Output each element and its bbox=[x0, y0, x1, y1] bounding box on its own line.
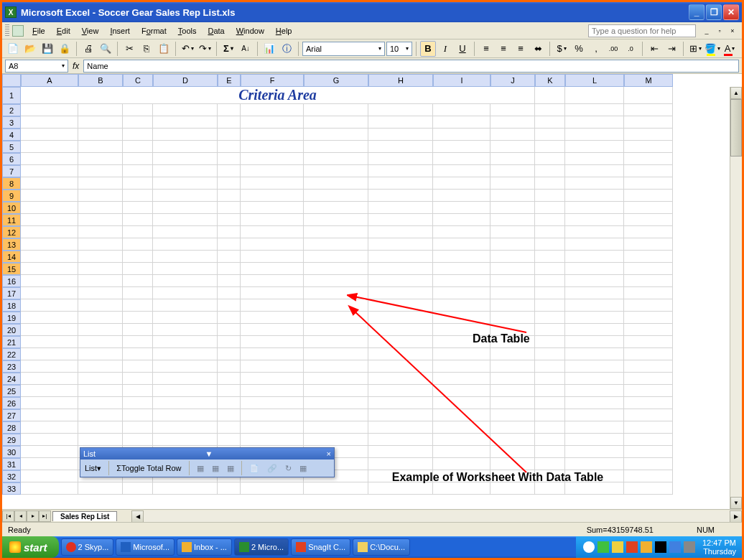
chart-button[interactable]: 📊 bbox=[261, 41, 277, 57]
tab-last-button[interactable]: ▸| bbox=[39, 510, 51, 522]
list-btn5: 🔗 bbox=[264, 462, 280, 475]
underline-button[interactable]: U bbox=[455, 41, 470, 57]
status-ready: Ready bbox=[8, 526, 31, 534]
cut-button[interactable]: ✂ bbox=[121, 41, 137, 57]
menu-data[interactable]: Data bbox=[202, 24, 230, 37]
font-color-button[interactable]: A▾ bbox=[722, 41, 738, 57]
annotation-example: Example of Worksheet With Data Table bbox=[390, 471, 605, 484]
excel-icon: X bbox=[5, 6, 17, 18]
tray-icon[interactable] bbox=[684, 541, 695, 553]
list-btn1: ▦ bbox=[194, 462, 207, 475]
tray-icon[interactable] bbox=[655, 541, 666, 553]
bold-button[interactable]: B bbox=[420, 41, 436, 57]
status-sum: Sum=43159748.51 bbox=[587, 526, 654, 534]
taskbar-item[interactable]: 2 Micro... bbox=[234, 538, 289, 556]
tray-icon[interactable] bbox=[626, 541, 638, 553]
increase-indent-button[interactable]: ⇥ bbox=[664, 41, 679, 57]
tray-icon[interactable] bbox=[669, 541, 681, 553]
list-toolbar[interactable]: List▼× List ▾ Σ Toggle Total Row ▦ ▦ ▦ 📄… bbox=[80, 447, 335, 477]
fill-color-button[interactable]: 🪣▾ bbox=[705, 41, 720, 57]
toolbar-grip[interactable] bbox=[5, 24, 9, 37]
spreadsheet-grid[interactable]: ABCDEFGHIJKLM1Criteria Area2345678910111… bbox=[2, 74, 742, 509]
taskbar-item[interactable]: Inbox - ... bbox=[177, 538, 232, 556]
percent-button[interactable]: % bbox=[571, 41, 587, 57]
clock[interactable]: 12:47 PMThursday bbox=[702, 538, 736, 556]
minimize-button[interactable]: _ bbox=[689, 4, 705, 20]
redo-button[interactable]: ↷▾ bbox=[197, 41, 213, 57]
system-tray[interactable]: 12:47 PMThursday bbox=[576, 536, 742, 558]
decrease-decimal-button[interactable]: .0 bbox=[623, 41, 638, 57]
vertical-scrollbar[interactable]: ▲ ▼ bbox=[730, 87, 742, 509]
print-button[interactable]: 🖨 bbox=[80, 41, 96, 57]
tray-icon[interactable] bbox=[612, 541, 623, 553]
scroll-left-button[interactable]: ◀ bbox=[131, 510, 144, 523]
doc-restore-button[interactable]: ▫ bbox=[714, 26, 725, 36]
scroll-down-button[interactable]: ▼ bbox=[730, 497, 742, 509]
restore-button[interactable]: ❐ bbox=[706, 4, 722, 20]
menu-view[interactable]: View bbox=[76, 24, 105, 37]
increase-decimal-button[interactable]: .00 bbox=[605, 41, 621, 57]
menu-edit[interactable]: Edit bbox=[51, 24, 76, 37]
list-menu-button[interactable]: List ▾ bbox=[82, 462, 104, 475]
font-selector[interactable]: Arial▾ bbox=[302, 42, 385, 56]
help-search-input[interactable] bbox=[588, 24, 696, 37]
formula-bar[interactable]: Name bbox=[83, 60, 739, 73]
tab-first-button[interactable]: |◂ bbox=[2, 510, 14, 522]
print-preview-button[interactable]: 🔍 bbox=[98, 41, 113, 57]
tab-prev-button[interactable]: ◂ bbox=[14, 510, 27, 522]
horizontal-scrollbar[interactable]: ◀ ▶ bbox=[131, 510, 742, 522]
toggle-total-row-button[interactable]: Σ Toggle Total Row bbox=[113, 462, 184, 474]
name-box[interactable]: A8▾ bbox=[5, 60, 68, 73]
sheet-tab-row: |◂ ◂ ▸ ▸| Sales Rep List ◀ ▶ bbox=[2, 509, 742, 522]
title-bar: X Microsoft Excel - Soccer Gear Sales Re… bbox=[2, 2, 742, 22]
merge-center-button[interactable]: ⬌ bbox=[530, 41, 546, 57]
sort-asc-button[interactable]: A↓ bbox=[238, 41, 254, 57]
currency-button[interactable]: $▾ bbox=[554, 41, 569, 57]
tray-icon[interactable] bbox=[641, 541, 652, 553]
undo-button[interactable]: ↶▾ bbox=[180, 41, 195, 57]
sheet-tab[interactable]: Sales Rep List bbox=[52, 511, 117, 521]
autosum-button[interactable]: Σ▾ bbox=[220, 41, 236, 57]
menu-window[interactable]: Window bbox=[231, 24, 270, 37]
tray-icon[interactable] bbox=[583, 541, 595, 553]
copy-button[interactable]: ⎘ bbox=[139, 41, 154, 57]
status-bar: Ready Sum=43159748.51 NUM bbox=[2, 522, 742, 536]
close-button[interactable]: ✕ bbox=[723, 4, 739, 20]
open-button[interactable]: 📂 bbox=[22, 41, 38, 57]
new-button[interactable]: 📄 bbox=[5, 41, 21, 57]
save-icon[interactable] bbox=[12, 25, 24, 37]
scroll-right-button[interactable]: ▶ bbox=[730, 510, 742, 523]
scroll-thumb[interactable] bbox=[730, 99, 742, 157]
menu-tools[interactable]: Tools bbox=[172, 24, 203, 37]
taskbar-item[interactable]: Microsof... bbox=[116, 538, 175, 556]
paste-button[interactable]: 📋 bbox=[156, 41, 172, 57]
taskbar-item[interactable]: 2 Skyp... bbox=[61, 538, 114, 556]
fx-button[interactable]: fx bbox=[73, 61, 79, 71]
help-button[interactable]: ⓘ bbox=[279, 41, 294, 57]
tab-next-button[interactable]: ▸ bbox=[27, 510, 39, 522]
list-btn7: ▦ bbox=[297, 462, 310, 475]
start-button[interactable]: start bbox=[2, 536, 59, 558]
menu-format[interactable]: Format bbox=[136, 24, 172, 37]
taskbar-item[interactable]: C:\Docu... bbox=[353, 538, 410, 556]
italic-button[interactable]: I bbox=[437, 41, 453, 57]
doc-close-button[interactable]: × bbox=[727, 26, 738, 36]
permission-button[interactable]: 🔒 bbox=[57, 41, 73, 57]
tray-icon[interactable] bbox=[597, 541, 609, 553]
standard-toolbar: 📄 📂 💾 🔒 🖨 🔍 ✂ ⎘ 📋 ↶▾ ↷▾ Σ▾ A↓ 📊 ⓘ Arial▾… bbox=[2, 39, 742, 58]
menu-insert[interactable]: Insert bbox=[104, 24, 136, 37]
comma-button[interactable]: , bbox=[588, 41, 604, 57]
align-center-button[interactable]: ≡ bbox=[496, 41, 511, 57]
list-toolbar-close[interactable]: × bbox=[327, 449, 331, 458]
taskbar-item[interactable]: SnagIt C... bbox=[291, 538, 350, 556]
doc-minimize-button[interactable]: _ bbox=[701, 26, 712, 36]
decrease-indent-button[interactable]: ⇤ bbox=[646, 41, 662, 57]
menu-file[interactable]: File bbox=[27, 24, 51, 37]
align-left-button[interactable]: ≡ bbox=[478, 41, 494, 57]
align-right-button[interactable]: ≡ bbox=[513, 41, 529, 57]
save-button[interactable]: 💾 bbox=[39, 41, 55, 57]
borders-button[interactable]: ⊞▾ bbox=[687, 41, 703, 57]
scroll-up-button[interactable]: ▲ bbox=[730, 87, 742, 99]
menu-help[interactable]: Help bbox=[270, 24, 298, 37]
font-size-selector[interactable]: 10▾ bbox=[386, 42, 412, 56]
